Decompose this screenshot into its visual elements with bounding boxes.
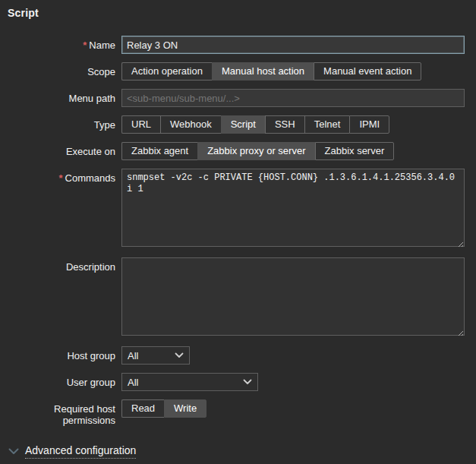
- scope-option-action-operation[interactable]: Action operation: [121, 62, 212, 80]
- required-asterisk: *: [58, 172, 62, 184]
- host-group-select[interactable]: All: [121, 346, 190, 365]
- host-group-label-text: Host group: [67, 350, 115, 361]
- form-row-permissions: Required host permissions ReadWrite: [8, 399, 465, 426]
- scope-segmented-control: Action operationManual host actionManual…: [121, 62, 421, 80]
- permissions-segmented-control: ReadWrite: [121, 399, 206, 418]
- scope-option-manual-host-action[interactable]: Manual host action: [212, 62, 314, 80]
- form-row-user-group: User group All: [8, 373, 465, 391]
- advanced-configuration-toggle[interactable]: Advanced configuration: [8, 444, 465, 459]
- user-group-select[interactable]: All: [121, 373, 258, 391]
- execute-on-label-text: Execute on: [66, 146, 115, 157]
- chevron-down-icon: [8, 448, 19, 455]
- execute-on-option-zabbix-proxy-or-server[interactable]: Zabbix proxy or server: [197, 142, 314, 160]
- scope-option-manual-event-action[interactable]: Manual event action: [314, 62, 421, 80]
- type-label: Type: [8, 115, 121, 131]
- execute-on-label: Execute on: [8, 142, 121, 157]
- type-option-ipmi[interactable]: IPMI: [349, 115, 389, 134]
- form-row-commands: *Commands snmpset -v2c -c PRIVATE {HOST.…: [8, 169, 465, 249]
- form-row-name: *Name: [8, 36, 465, 54]
- type-option-ssh[interactable]: SSH: [265, 115, 304, 134]
- form-row-scope: Scope Action operationManual host action…: [8, 62, 465, 80]
- advanced-configuration-label: Advanced configuration: [25, 444, 136, 459]
- permission-option-write[interactable]: Write: [164, 399, 206, 418]
- type-option-webhook[interactable]: Webhook: [160, 115, 221, 134]
- type-option-telnet[interactable]: Telnet: [304, 115, 350, 134]
- form-row-menu-path: Menu path: [8, 89, 465, 107]
- type-segmented-control: URLWebhookScriptSSHTelnetIPMI: [121, 115, 389, 134]
- menu-path-label-text: Menu path: [69, 93, 115, 104]
- page-title: Script: [8, 7, 465, 19]
- name-label-text: Name: [89, 39, 115, 51]
- permission-option-read[interactable]: Read: [121, 399, 164, 418]
- name-input[interactable]: [121, 36, 465, 54]
- description-label-text: Description: [66, 261, 115, 273]
- scope-label: Scope: [8, 62, 121, 77]
- description-label: Description: [8, 257, 121, 273]
- menu-path-label: Menu path: [8, 89, 121, 104]
- form-row-execute-on: Execute on Zabbix agentZabbix proxy or s…: [8, 142, 465, 160]
- chevron-down-icon: [243, 379, 252, 385]
- permissions-label-text: Required host permissions: [54, 403, 115, 426]
- script-form-page: Script *Name Scope Action operationManua…: [0, 0, 476, 459]
- name-label: *Name: [8, 36, 121, 51]
- form-row-host-group: Host group All: [8, 346, 465, 365]
- commands-label-text: Commands: [65, 172, 115, 184]
- commands-textarea[interactable]: snmpset -v2c -c PRIVATE {HOST.CONN} .1.3…: [121, 169, 465, 247]
- execute-on-option-zabbix-agent[interactable]: Zabbix agent: [121, 142, 197, 160]
- commands-label: *Commands: [8, 169, 121, 184]
- user-group-label-text: User group: [67, 377, 115, 388]
- scope-label-text: Scope: [87, 66, 115, 77]
- execute-on-option-zabbix-server[interactable]: Zabbix server: [315, 142, 395, 160]
- form-row-type: Type URLWebhookScriptSSHTelnetIPMI: [8, 115, 465, 134]
- type-option-url[interactable]: URL: [121, 115, 160, 134]
- description-textarea[interactable]: [121, 257, 465, 336]
- form-row-description: Description: [8, 257, 465, 338]
- user-group-label: User group: [8, 373, 121, 388]
- required-asterisk: *: [83, 39, 87, 51]
- chevron-down-icon: [175, 352, 184, 358]
- script-form: *Name Scope Action operationManual host …: [8, 36, 465, 459]
- execute-on-segmented-control: Zabbix agentZabbix proxy or serverZabbix…: [121, 142, 394, 160]
- user-group-selected-value: All: [128, 377, 138, 388]
- host-group-selected-value: All: [128, 350, 138, 361]
- type-label-text: Type: [94, 119, 115, 131]
- permissions-label: Required host permissions: [8, 399, 121, 426]
- type-option-script[interactable]: Script: [221, 115, 265, 134]
- menu-path-input[interactable]: [121, 89, 465, 107]
- host-group-label: Host group: [8, 346, 121, 361]
